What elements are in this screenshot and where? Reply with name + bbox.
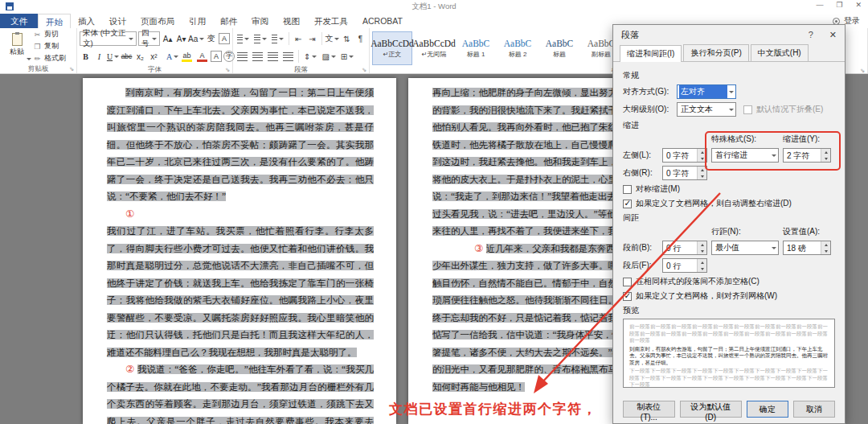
- spinner-down-icon[interactable]: [698, 266, 706, 272]
- copy-button[interactable]: ❐复制: [31, 41, 68, 51]
- dialog-tab[interactable]: 缩进和间距(I): [620, 45, 682, 62]
- font-name-select[interactable]: 宋体 (中文正文): [80, 31, 137, 46]
- underline-button[interactable]: U: [107, 49, 119, 64]
- spinner-down-icon[interactable]: [821, 248, 830, 254]
- shading-button[interactable]: ▨: [320, 49, 337, 64]
- character-shading-button[interactable]: A: [211, 51, 222, 62]
- tab-引用[interactable]: 引用: [182, 14, 213, 28]
- space-after-input[interactable]: 0 行: [662, 258, 707, 273]
- bold-button[interactable]: B: [80, 49, 92, 64]
- spinner-down-icon[interactable]: [698, 173, 706, 179]
- phonetic-guide-button[interactable]: 变: [205, 31, 217, 46]
- help-button[interactable]: ?: [809, 30, 813, 39]
- format-painter-button[interactable]: ✏格式刷: [31, 53, 68, 64]
- collapsed-by-default-checkbox[interactable]: 默认情况下折叠(E): [743, 104, 823, 115]
- justify-button[interactable]: [281, 49, 295, 64]
- document-page-1[interactable]: 到南京时，有朋友约去游逛，勾留了一日；第二日上午便须渡江到浦口，下午上车北去。父…: [83, 78, 396, 424]
- borders-button[interactable]: ⊞: [339, 49, 355, 64]
- outline-level-select[interactable]: 正文文本: [677, 102, 736, 117]
- spinner-down-icon[interactable]: [821, 155, 830, 162]
- minimize-button[interactable]: —: [816, 1, 823, 9]
- decrease-indent-button[interactable]: ⇤: [293, 31, 305, 46]
- line-spacing-select[interactable]: 最小值: [711, 241, 779, 255]
- tab-审阅[interactable]: 审阅: [244, 14, 276, 28]
- space-before-input[interactable]: 0 行: [662, 241, 707, 255]
- styles-dialog-launcher[interactable]: ⇘: [860, 68, 865, 73]
- increase-indent-button[interactable]: ⇥: [306, 31, 318, 46]
- spinner-up-icon[interactable]: [698, 167, 706, 173]
- cancel-button[interactable]: 取消: [793, 401, 835, 418]
- align-right-icon: [268, 52, 278, 61]
- spacing-at-input[interactable]: 18 磅: [783, 241, 831, 255]
- close-button[interactable]: ✕: [855, 1, 862, 9]
- ok-button[interactable]: 确定: [747, 401, 788, 418]
- font-color-button[interactable]: A: [195, 49, 209, 64]
- tabs-button[interactable]: 制表位(T)...: [623, 401, 675, 418]
- dialog-checkbox[interactable]: 在相同样式的段落间不添加空格(C): [623, 276, 835, 287]
- tab-设计[interactable]: 设计: [102, 14, 133, 28]
- style-item[interactable]: AaBbC标题 1: [456, 31, 496, 65]
- dialog-close-button[interactable]: ✕: [829, 30, 837, 40]
- dialog-checkbox[interactable]: 如果定义了文档网格，则自动调整右缩进(D): [623, 198, 835, 209]
- paragraph-dialog-launcher[interactable]: ⇘: [362, 67, 366, 72]
- alignment-select[interactable]: 左对齐: [677, 84, 736, 99]
- bullets-button[interactable]: [235, 31, 251, 46]
- style-item[interactable]: AaBbC标题 2: [497, 31, 538, 65]
- spinner-down-icon[interactable]: [698, 155, 706, 162]
- align-center-button[interactable]: [251, 49, 264, 64]
- strikethrough-button[interactable]: abc: [121, 49, 133, 64]
- shrink-font-button[interactable]: A▾: [175, 31, 187, 46]
- text-effects-button[interactable]: A: [166, 49, 178, 64]
- clipboard-dialog-launcher[interactable]: ⇘: [69, 66, 74, 72]
- indent-by-input[interactable]: 2 字符: [783, 148, 831, 163]
- dialog-tab[interactable]: 中文版式(H): [751, 44, 809, 61]
- dialog-tab[interactable]: 换行和分页(P): [683, 44, 748, 61]
- tab-开发工具[interactable]: 开发工具: [307, 14, 355, 28]
- multilevel-list-button[interactable]: [270, 31, 285, 46]
- spinner-up-icon[interactable]: [821, 241, 830, 248]
- paste-button[interactable]: 粘贴: [2, 29, 31, 64]
- style-item[interactable]: AaBbC标题: [539, 31, 579, 65]
- tab-开始[interactable]: 开始: [38, 14, 71, 28]
- asian-layout-button[interactable]: 文: [326, 31, 339, 46]
- font-group-label: 字体: [148, 65, 162, 73]
- change-case-button[interactable]: Aa: [189, 31, 203, 46]
- special-format-select[interactable]: 首行缩进: [711, 148, 779, 163]
- tab-插入[interactable]: 插入: [71, 14, 102, 28]
- dialog-checkbox[interactable]: 对称缩进(M): [623, 183, 835, 195]
- set-default-button[interactable]: 设为默认值(D): [680, 401, 742, 418]
- subscript-button[interactable]: x₂: [134, 49, 146, 64]
- font-size-select[interactable]: 四号: [138, 31, 160, 46]
- chevron-down-icon: [129, 38, 133, 40]
- cut-button[interactable]: ✂剪切: [31, 29, 68, 39]
- spinner-up-icon[interactable]: [698, 241, 706, 248]
- line-spacing-button[interactable]: ⇕: [302, 49, 318, 64]
- tab-ACROBAT[interactable]: ACROBAT: [355, 14, 410, 28]
- align-right-button[interactable]: [266, 49, 280, 64]
- tab-视图[interactable]: 视图: [276, 14, 307, 28]
- sort-button[interactable]: ⇅: [341, 31, 353, 46]
- indent-left-input[interactable]: 0 字符: [662, 148, 707, 163]
- align-left-button[interactable]: [235, 49, 249, 64]
- indent-right-input[interactable]: 0 字符: [662, 166, 707, 180]
- spinner-up-icon[interactable]: [821, 149, 830, 155]
- restore-button[interactable]: ❐: [836, 1, 842, 9]
- dialog-checkbox[interactable]: 如果定义了文档网格，则对齐到网格(W): [623, 290, 835, 302]
- tab-页面布局[interactable]: 页面布局: [133, 14, 182, 28]
- style-item[interactable]: AaBbCcDd↵无间隔: [414, 31, 454, 65]
- grow-font-button[interactable]: A▴: [162, 31, 174, 46]
- highlight-color-button[interactable]: ab: [180, 49, 194, 64]
- italic-button[interactable]: I: [93, 49, 105, 64]
- tab-邮件[interactable]: 邮件: [213, 14, 244, 28]
- superscript-button[interactable]: x²: [148, 49, 160, 64]
- character-border-button[interactable]: A: [219, 33, 230, 44]
- font-dialog-launcher[interactable]: ⇘: [225, 67, 230, 72]
- file-tab[interactable]: 文件: [0, 14, 38, 28]
- save-icon[interactable]: [6, 2, 14, 10]
- numbering-button[interactable]: [252, 31, 268, 46]
- spinner-down-icon[interactable]: [698, 248, 706, 254]
- spinner-up-icon[interactable]: [698, 259, 706, 266]
- show-paragraph-marks-button[interactable]: ¶: [354, 31, 366, 46]
- style-item[interactable]: AaBbCcDd↵正文: [372, 31, 412, 65]
- spinner-up-icon[interactable]: [698, 149, 706, 155]
